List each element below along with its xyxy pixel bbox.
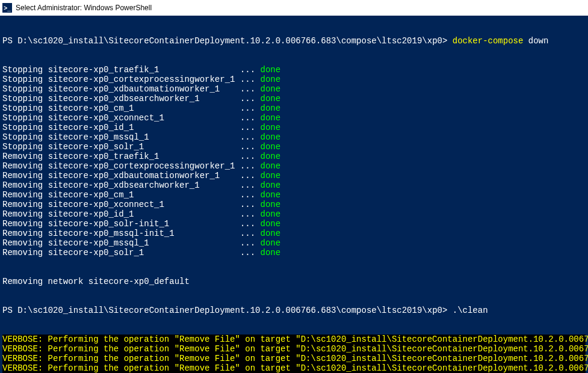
verbose-text: VERBOSE: Performing the operation "Remov…	[2, 334, 586, 344]
op-dots: ...	[235, 171, 260, 180]
op-dots: ...	[235, 229, 260, 238]
op-container-name: sitecore-xp0_solr-init_1	[48, 219, 235, 229]
command-docker-compose: docker-compose	[453, 36, 524, 46]
verbose-line: VERBOSE: Performing the operation "Remov…	[2, 363, 586, 373]
container-operations: Stopping sitecore-xp0_traefik_1 ... done…	[2, 65, 586, 257]
op-container-name: sitecore-xp0_xconnect_1	[48, 200, 235, 209]
op-action: Removing	[2, 171, 48, 180]
container-op-line: Removing sitecore-xp0_cortexprocessingwo…	[2, 161, 586, 171]
op-action: Removing	[2, 209, 48, 219]
powershell-icon: >_	[2, 3, 12, 13]
network-remove-line: Removing network sitecore-xp0_default	[2, 277, 586, 286]
op-action: Stopping	[2, 113, 48, 123]
op-action: Removing	[2, 229, 48, 238]
op-dots: ...	[235, 94, 260, 103]
verbose-text: VERBOSE: Performing the operation "Remov…	[2, 344, 586, 354]
window-title: Select Administrator: Windows PowerShell	[16, 4, 152, 12]
command-clean: .\clean	[453, 306, 488, 315]
op-container-name: sitecore-xp0_solr_1	[48, 248, 235, 257]
op-action: Removing	[2, 248, 48, 257]
op-action: Removing	[2, 219, 48, 229]
op-dots: ...	[235, 142, 260, 152]
op-action: Stopping	[2, 65, 48, 75]
op-action: Stopping	[2, 94, 48, 103]
op-dots: ...	[235, 219, 260, 229]
op-dots: ...	[235, 200, 260, 209]
op-dots: ...	[235, 238, 260, 248]
op-status-done: done	[261, 75, 281, 84]
op-action: Removing	[2, 238, 48, 248]
op-action: Stopping	[2, 123, 48, 132]
container-op-line: Stopping sitecore-xp0_xconnect_1 ... don…	[2, 113, 586, 123]
op-container-name: sitecore-xp0_mssql_1	[48, 238, 235, 248]
op-status-done: done	[261, 248, 281, 257]
op-status-done: done	[261, 229, 281, 238]
verbose-text: VERBOSE: Performing the operation "Remov…	[2, 363, 586, 373]
op-action: Removing	[2, 161, 48, 171]
ps-prefix: PS	[2, 306, 17, 315]
op-status-done: done	[261, 209, 281, 219]
op-status-done: done	[261, 152, 281, 161]
op-container-name: sitecore-xp0_id_1	[48, 123, 235, 132]
op-container-name: sitecore-xp0_id_1	[48, 209, 235, 219]
container-op-line: Stopping sitecore-xp0_xdbautomationworke…	[2, 84, 586, 94]
ps-prefix: PS	[2, 36, 17, 46]
op-status-done: done	[261, 94, 281, 103]
container-op-line: Removing sitecore-xp0_traefik_1 ... done	[2, 152, 586, 161]
op-status-done: done	[261, 238, 281, 248]
op-container-name: sitecore-xp0_cm_1	[48, 190, 235, 200]
container-op-line: Removing sitecore-xp0_mssql_1 ... done	[2, 238, 586, 248]
op-dots: ...	[235, 84, 260, 94]
op-container-name: sitecore-xp0_xconnect_1	[48, 113, 235, 123]
op-dots: ...	[235, 65, 260, 75]
container-op-line: Stopping sitecore-xp0_cm_1 ... done	[2, 103, 586, 113]
prompt-line-2: PS D:\sc1020_install\SitecoreContainerDe…	[2, 306, 586, 315]
op-dots: ...	[235, 180, 260, 190]
terminal-output[interactable]: PS D:\sc1020_install\SitecoreContainerDe…	[0, 16, 588, 373]
op-status-done: done	[261, 103, 281, 113]
container-op-line: Removing sitecore-xp0_xdbautomationworke…	[2, 171, 586, 180]
verbose-line: VERBOSE: Performing the operation "Remov…	[2, 354, 586, 363]
op-dots: ...	[235, 161, 260, 171]
container-op-line: Stopping sitecore-xp0_traefik_1 ... done	[2, 65, 586, 75]
op-dots: ...	[235, 132, 260, 142]
container-op-line: Stopping sitecore-xp0_cortexprocessingwo…	[2, 75, 586, 84]
container-op-line: Removing sitecore-xp0_xconnect_1 ... don…	[2, 200, 586, 209]
verbose-output: VERBOSE: Performing the operation "Remov…	[2, 334, 586, 373]
op-container-name: sitecore-xp0_mssql-init_1	[48, 229, 235, 238]
container-op-line: Removing sitecore-xp0_cm_1 ... done	[2, 190, 586, 200]
op-dots: ...	[235, 248, 260, 257]
op-status-done: done	[261, 84, 281, 94]
op-container-name: sitecore-xp0_cortexprocessingworker_1	[48, 75, 235, 84]
op-dots: ...	[235, 209, 260, 219]
op-container-name: sitecore-xp0_cortexprocessingworker_1	[48, 161, 235, 171]
op-status-done: done	[261, 200, 281, 209]
op-container-name: sitecore-xp0_xdbautomationworker_1	[48, 171, 235, 180]
op-action: Stopping	[2, 75, 48, 84]
prompt-path: D:\sc1020_install\SitecoreContainerDeplo…	[17, 36, 453, 46]
op-status-done: done	[261, 113, 281, 123]
op-container-name: sitecore-xp0_mssql_1	[48, 132, 235, 142]
op-container-name: sitecore-xp0_solr_1	[48, 142, 235, 152]
container-op-line: Stopping sitecore-xp0_id_1 ... done	[2, 123, 586, 132]
op-action: Stopping	[2, 103, 48, 113]
op-container-name: sitecore-xp0_traefik_1	[48, 152, 235, 161]
op-container-name: sitecore-xp0_xdbautomationworker_1	[48, 84, 235, 94]
op-container-name: sitecore-xp0_cm_1	[48, 103, 235, 113]
op-status-done: done	[261, 180, 281, 190]
op-status-done: done	[261, 65, 281, 75]
op-dots: ...	[235, 152, 260, 161]
op-action: Removing	[2, 200, 48, 209]
container-op-line: Removing sitecore-xp0_solr_1 ... done	[2, 248, 586, 257]
container-op-line: Stopping sitecore-xp0_mssql_1 ... done	[2, 132, 586, 142]
verbose-line: VERBOSE: Performing the operation "Remov…	[2, 344, 586, 354]
op-action: Removing	[2, 180, 48, 190]
op-status-done: done	[261, 161, 281, 171]
op-dots: ...	[235, 190, 260, 200]
op-container-name: sitecore-xp0_traefik_1	[48, 65, 235, 75]
container-op-line: Removing sitecore-xp0_id_1 ... done	[2, 209, 586, 219]
op-dots: ...	[235, 113, 260, 123]
op-status-done: done	[261, 142, 281, 152]
op-action: Removing	[2, 152, 48, 161]
op-status-done: done	[261, 123, 281, 132]
